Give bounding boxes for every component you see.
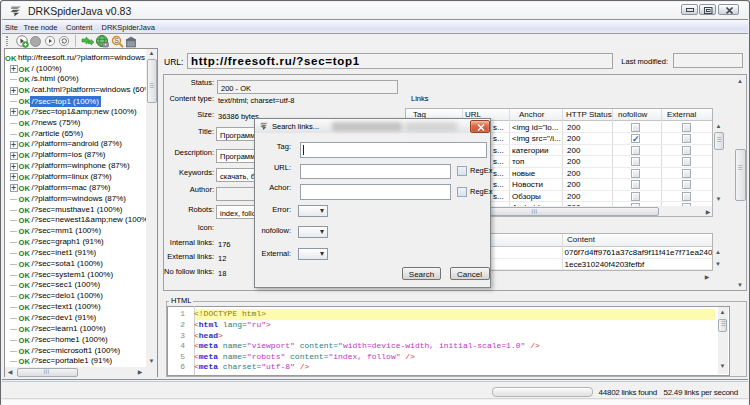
- svg-text:S: S: [114, 37, 119, 44]
